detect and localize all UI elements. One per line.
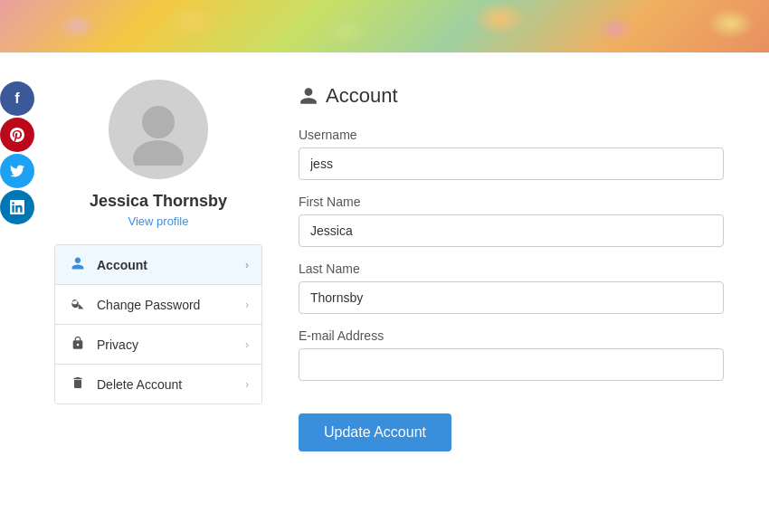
first-name-input[interactable] <box>299 214 724 247</box>
chevron-right-icon: › <box>245 338 249 351</box>
nav-item-privacy[interactable]: Privacy › <box>55 325 261 365</box>
username-group: Username <box>299 128 724 180</box>
left-panel: Jessica Thornsby View profile Account › … <box>54 80 262 451</box>
username-input[interactable] <box>299 147 724 180</box>
last-name-label: Last Name <box>299 261 724 276</box>
account-icon <box>299 86 318 106</box>
nav-account-label: Account <box>97 258 245 272</box>
last-name-input[interactable] <box>299 281 724 314</box>
last-name-group: Last Name <box>299 261 724 314</box>
first-name-label: First Name <box>299 195 724 209</box>
nav-item-change-password[interactable]: Change Password › <box>55 285 261 325</box>
trash-icon <box>68 375 88 393</box>
user-name: Jessica Thornsby <box>90 192 227 211</box>
svg-point-0 <box>142 106 175 138</box>
nav-menu: Account › Change Password › Privacy › <box>54 244 262 404</box>
nav-privacy-label: Privacy <box>97 337 245 352</box>
first-name-group: First Name <box>299 195 724 247</box>
user-icon <box>68 256 88 273</box>
lock-icon <box>68 336 88 353</box>
email-group: E-mail Address <box>299 328 724 381</box>
nav-change-password-label: Change Password <box>97 298 245 312</box>
view-profile-link[interactable]: View profile <box>128 214 189 228</box>
key-icon <box>68 296 88 313</box>
chevron-right-icon: › <box>245 259 249 271</box>
chevron-right-icon: › <box>245 299 249 311</box>
header-banner <box>0 0 769 52</box>
main-container: Jessica Thornsby View profile Account › … <box>0 52 769 479</box>
svg-point-1 <box>133 140 184 166</box>
avatar <box>109 80 208 179</box>
email-input[interactable] <box>299 348 724 381</box>
email-label: E-mail Address <box>299 328 724 343</box>
username-label: Username <box>299 128 724 142</box>
right-panel: Account Username First Name Last Name E-… <box>299 80 724 451</box>
nav-delete-account-label: Delete Account <box>97 377 245 392</box>
chevron-right-icon: › <box>245 378 249 391</box>
update-account-button[interactable]: Update Account <box>299 413 451 451</box>
section-title: Account <box>299 84 724 108</box>
nav-item-delete-account[interactable]: Delete Account › <box>55 365 261 404</box>
nav-item-account[interactable]: Account › <box>55 245 261 285</box>
